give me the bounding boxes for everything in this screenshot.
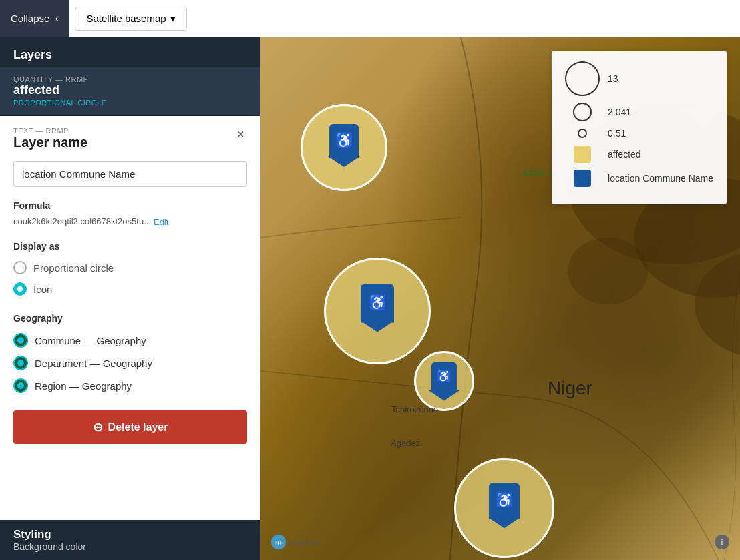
map-area[interactable]: ♿ ♿ xyxy=(260,37,740,560)
legend-circle-large xyxy=(565,61,600,96)
legend-item-sm: 0.51 xyxy=(565,128,713,139)
map-legend: 13 2.041 0.51 xyxy=(552,51,727,204)
legend-label-blue: location Commune Name xyxy=(608,173,713,184)
mapbox-logo: m mapbox xyxy=(271,535,321,549)
text-layer-panel: TEXT — RRMP Layer name × Formula couk2k6… xyxy=(0,116,260,520)
styling-title: Styling xyxy=(13,528,247,541)
radio-icon[interactable] xyxy=(13,282,27,296)
marker-3-shield: ♿ xyxy=(431,362,457,391)
geo-department-option[interactable]: Department — Geography xyxy=(13,352,247,374)
marker-3-figure: ♿ xyxy=(437,369,451,384)
marker-1: ♿ xyxy=(301,104,387,191)
panel-header: TEXT — RRMP Layer name × xyxy=(0,116,260,156)
layer-name-input[interactable] xyxy=(13,161,247,187)
layer-name-section xyxy=(0,156,260,195)
geo-commune-dot xyxy=(13,333,28,348)
marker-4-icon: ♿ xyxy=(489,483,520,519)
formula-label: Formula xyxy=(13,200,247,211)
display-proportional-circle-option[interactable]: Proportional circle xyxy=(13,257,247,278)
mapbox-label: mapbox xyxy=(290,537,321,547)
info-button[interactable]: i xyxy=(715,535,729,549)
legend-label-yellow: affected xyxy=(608,149,641,160)
marker-3-bubble: ♿ xyxy=(414,351,474,411)
panel-close-button[interactable]: × xyxy=(234,127,247,142)
legend-item-blue: location Commune Name xyxy=(565,170,713,187)
main-layout: Layers QUANTITY — RRMP affected PROPORTI… xyxy=(0,37,740,560)
collapse-label: Collapse xyxy=(11,13,49,24)
marker-4-bubble: ♿ xyxy=(454,458,554,558)
legend-swatch-affected xyxy=(574,146,591,163)
marker-2-figure: ♿ xyxy=(369,294,387,312)
legend-circle-medium xyxy=(573,103,592,121)
legend-label-md: 2.041 xyxy=(608,107,631,117)
legend-item-md: 2.041 xyxy=(565,103,713,121)
marker-4: ♿ xyxy=(454,458,554,558)
marker-4-shield: ♿ xyxy=(489,483,520,519)
display-icon-option[interactable]: Icon xyxy=(13,278,247,300)
marker-2-icon: ♿ xyxy=(361,284,394,322)
marker-3-icon: ♿ xyxy=(431,362,457,391)
delete-layer-button[interactable]: ⊖ Delete layer xyxy=(13,410,247,444)
agadez-label: Agadez xyxy=(391,438,420,448)
layer-card[interactable]: QUANTITY — RRMP affected PROPORTIONAL CI… xyxy=(0,67,260,115)
geo-region-label: Region — Geography xyxy=(35,380,132,392)
formula-section: Formula couk2k6kt2oqtil2.col6678kt2os5tu… xyxy=(0,195,260,236)
panel-title: Layer name xyxy=(13,135,87,150)
marker-4-figure: ♿ xyxy=(496,492,514,509)
marker-1-shield: ♿ xyxy=(329,124,359,158)
basemap-dropdown-icon: ▾ xyxy=(170,13,176,25)
styling-subtitle: Background color xyxy=(13,541,247,552)
basemap-dropdown[interactable]: Satellite basemap ▾ xyxy=(75,7,186,31)
display-icon-label: Icon xyxy=(33,284,52,295)
legend-label-sm: 0.51 xyxy=(608,128,626,139)
delete-icon: ⊖ xyxy=(93,420,103,435)
layers-header: Layers xyxy=(0,37,260,67)
layer-card-subtitle: QUANTITY — RRMP xyxy=(13,75,247,83)
marker-3: ♿ xyxy=(414,351,474,411)
tchirozérine-label: Tchirozérine xyxy=(391,404,438,414)
mapbox-circle-icon: m xyxy=(271,535,286,549)
geo-department-dot xyxy=(13,356,28,370)
display-as-label: Display as xyxy=(13,241,247,252)
geo-commune-label: Commune — Geography xyxy=(35,335,146,346)
geo-region-dot xyxy=(13,378,28,393)
geo-department-label: Department — Geography xyxy=(35,358,152,369)
collapse-arrow-icon: ‹ xyxy=(55,11,59,25)
styling-section: Styling Background color xyxy=(0,520,260,560)
layer-card-title: affected xyxy=(13,83,247,97)
marker-2-bubble: ♿ xyxy=(324,258,431,364)
top-bar: Collapse ‹ Satellite basemap ▾ xyxy=(0,0,740,37)
marker-2-shield: ♿ xyxy=(361,284,394,322)
legend-item-yellow: affected xyxy=(565,146,713,163)
marker-1-icon: ♿ xyxy=(329,124,359,158)
basemap-label: Satellite basemap xyxy=(86,13,166,24)
panel-subtitle: TEXT — RRMP xyxy=(13,127,87,135)
legend-item-lg: 13 xyxy=(565,61,713,96)
geography-label: Geography xyxy=(13,313,247,324)
layer-card-type: PROPORTIONAL CIRCLE xyxy=(13,99,247,107)
geo-region-option[interactable]: Region — Geography xyxy=(13,374,247,397)
geography-section: Geography Commune — Geography Department… xyxy=(0,308,260,405)
map-background: ♿ ♿ xyxy=(260,37,740,560)
display-as-section: Display as Proportional circle Icon xyxy=(0,236,260,308)
legend-circle-small xyxy=(578,129,587,138)
legend-label-lg: 13 xyxy=(608,73,618,84)
formula-edit-link[interactable]: Edit xyxy=(154,217,168,227)
niger-label: Niger xyxy=(548,378,592,399)
collapse-button[interactable]: Collapse ‹ xyxy=(0,0,69,37)
legend-swatch-commune xyxy=(574,170,591,187)
marker-1-bubble: ♿ xyxy=(301,104,387,191)
geo-commune-option[interactable]: Commune — Geography xyxy=(13,329,247,352)
delete-label: Delete layer xyxy=(108,421,168,433)
formula-value: couk2k6kt2oqtil2.col6678kt2os5tu... xyxy=(13,216,151,226)
marker-1-figure: ♿ xyxy=(335,132,353,150)
radio-proportional-circle[interactable] xyxy=(13,261,27,274)
sidebar: Layers QUANTITY — RRMP affected PROPORTI… xyxy=(0,37,260,560)
marker-2: ♿ xyxy=(324,258,431,364)
display-proportional-circle-label: Proportional circle xyxy=(33,262,114,274)
